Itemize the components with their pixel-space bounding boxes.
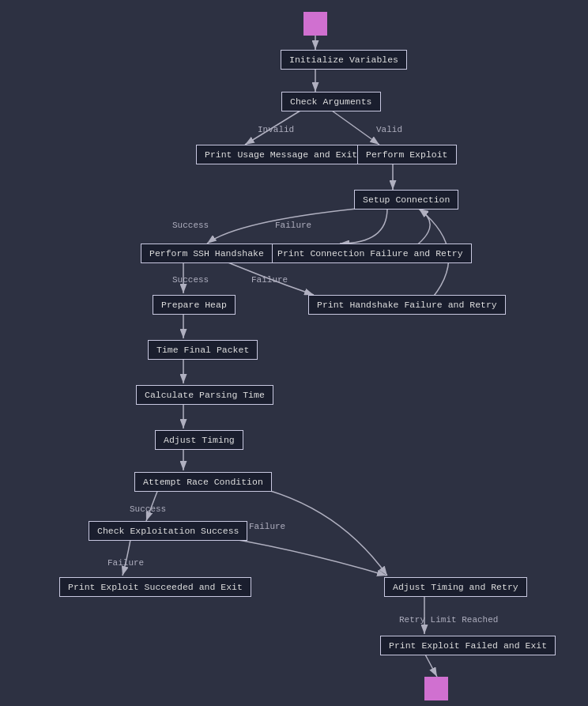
label-failure-race: Failure xyxy=(249,522,285,531)
node-prepare-heap: Prepare Heap xyxy=(153,295,236,315)
label-success-heap: Success xyxy=(172,275,209,285)
node-adjust-timing-retry: Adjust Timing and Retry xyxy=(384,577,527,597)
label-failure-handshake: Failure xyxy=(251,275,288,285)
node-print-usage: Print Usage Message and Exit xyxy=(196,145,366,164)
node-check-exploitation: Check Exploitation Success xyxy=(89,521,247,541)
node-setup-connection: Setup Connection xyxy=(354,190,458,210)
node-perform-ssh: Perform SSH Handshake xyxy=(141,244,273,263)
node-time-final-packet: Time Final Packet xyxy=(148,340,258,360)
svg-line-9 xyxy=(424,653,437,677)
start-node xyxy=(303,12,327,36)
end-node xyxy=(424,677,448,700)
node-adjust-timing: Adjust Timing xyxy=(155,430,243,450)
label-success-ssh: Success xyxy=(172,221,209,230)
label-success-exploit: Success xyxy=(130,504,166,514)
node-print-exploit-failed: Print Exploit Failed and Exit xyxy=(380,636,556,655)
node-print-exploit-succeeded: Print Exploit Succeeded and Exit xyxy=(59,577,251,597)
node-print-handshake-failure: Print Handshake Failure and Retry xyxy=(308,295,506,315)
label-valid: Valid xyxy=(376,125,402,134)
flowchart-container: Initialize Variables Check Arguments Pri… xyxy=(0,0,588,706)
node-attempt-race-condition: Attempt Race Condition xyxy=(134,472,272,492)
node-calc-parsing-time: Calculate Parsing Time xyxy=(136,385,273,405)
node-init-variables: Initialize Variables xyxy=(281,50,407,70)
label-failure-conn: Failure xyxy=(275,221,311,230)
label-retry-limit: Retry Limit Reached xyxy=(399,615,498,625)
node-perform-exploit: Perform Exploit xyxy=(357,145,457,164)
label-failure-check: Failure xyxy=(107,558,144,568)
label-invalid: Invalid xyxy=(258,125,294,134)
node-check-arguments: Check Arguments xyxy=(281,92,381,111)
node-print-conn-failure: Print Connection Failure and Retry xyxy=(269,244,472,263)
